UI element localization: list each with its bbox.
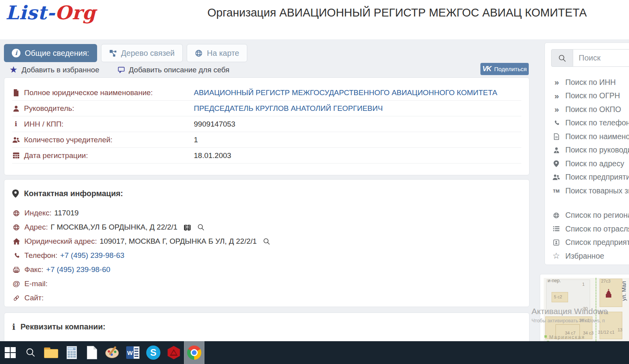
table-row: Руководитель: ПРЕДСЕДАТЕЛЬ КРУГЛОВ АНАТО…: [12, 101, 521, 116]
sidebar-item-label: Поиск товарных знаков: [565, 186, 629, 195]
speech-bubble-icon: [118, 66, 125, 74]
add-favorite-button[interactable]: ★ Добавить в избранное: [9, 65, 99, 74]
address-label: Адрес:: [24, 223, 48, 232]
red-app-button[interactable]: [164, 341, 184, 364]
chevrons-icon: »: [551, 105, 561, 114]
row-label: Дата регистрации:: [24, 151, 88, 160]
fax-label: Факс:: [24, 265, 43, 274]
vk-share-label: Поделиться: [494, 66, 527, 72]
chrome-icon: [187, 346, 201, 360]
table-row: Дата регистрации: 18.01.2003: [12, 148, 521, 164]
info-icon: i: [12, 323, 15, 331]
sidebar-item-list-companies[interactable]: Список предприятий: [551, 236, 629, 250]
notepad-icon: [87, 346, 97, 359]
skype-icon: S: [146, 346, 160, 360]
document-icon: [551, 133, 561, 140]
regdate-value: 18.01.2003: [194, 151, 231, 160]
person-tie-icon: [551, 147, 561, 153]
sidebar-item-search-companies[interactable]: Поиск предприятий: [551, 171, 629, 184]
row-label: Полное юридическое наименование:: [24, 88, 153, 97]
skype-button[interactable]: S: [143, 341, 164, 364]
table-row: iИНН / КПП: 9909147053: [12, 116, 521, 132]
phone-link[interactable]: +7 (495) 239-98-63: [60, 251, 124, 260]
sidebar-item-search-okpo[interactable]: »Поиск по ОКПО: [551, 103, 629, 116]
calculator-button[interactable]: 6: [61, 341, 82, 364]
sidebar-item-search-inn[interactable]: »Поиск по ИНН: [551, 75, 629, 89]
sidebar-gap: [551, 198, 629, 209]
tab-general[interactable]: i Общие сведения:: [4, 44, 97, 62]
logo-part-blue: List-: [6, 2, 55, 24]
taskbar-search-button[interactable]: [20, 341, 41, 364]
inn-kpp-value: 9909147053: [194, 120, 235, 129]
contacts-panel: Контактная информация: Индекс: 117019 Ад…: [4, 179, 530, 307]
sidebar-search: [551, 49, 629, 67]
search-address-icon[interactable]: [197, 224, 204, 231]
paint-button[interactable]: [102, 341, 123, 364]
sidebar-item-label: Поиск по ОКПО: [565, 105, 621, 114]
at-sign-icon: @: [12, 279, 20, 288]
star-icon: ★: [9, 65, 18, 74]
sidebar-menu: »Поиск по ИНН »Поиск по ОГРН »Поиск по О…: [551, 75, 629, 263]
add-favorite-label: Добавить в избранное: [22, 66, 99, 74]
table-row: Полное юридическое наименование: АВИАЦИО…: [12, 85, 521, 101]
link-icon: [12, 295, 20, 301]
notepad-button[interactable]: [82, 341, 102, 364]
home-icon: [12, 238, 20, 245]
address-value: Г МОСКВА,УЛ Б ОРДЫНКА, Д 22/2/1: [51, 223, 178, 232]
requisites-header: i Реквизиты компании:: [12, 322, 521, 331]
sidebar-item-label: Список по регионам: [565, 211, 629, 220]
sidebar-item-search-name[interactable]: Поиск по наименованию: [551, 130, 629, 143]
sidebar-item-search-trademarks[interactable]: тмПоиск товарных знаков: [551, 184, 629, 198]
sidebar-item-label: Поиск по адресу: [565, 159, 624, 168]
full-name-link[interactable]: АВИАЦИОННЫЙ РЕГИСТР МЕЖГОСУДАРСТВЕННОГО …: [194, 88, 497, 97]
paint-icon: [105, 346, 120, 359]
fax-link[interactable]: +7 (495) 239-98-60: [46, 265, 110, 274]
map-house-number: 31/12 с1: [598, 330, 614, 335]
search-button[interactable]: [551, 49, 573, 67]
contacts-header: Контактная информация:: [12, 189, 521, 198]
legal-address-value: 109017, МОСКВА Г, ОРДЫНКА Б УЛ, Д 22/2/1: [99, 237, 257, 246]
contact-row: Сайт:: [12, 291, 521, 305]
index-value: 117019: [54, 209, 79, 217]
sidebar-item-list-industries[interactable]: Список по отраслям: [551, 222, 629, 236]
chevrons-icon: »: [551, 77, 561, 87]
chrome-button[interactable]: [184, 341, 204, 364]
vk-share-button[interactable]: VK Поделиться: [480, 63, 529, 75]
tab-tree[interactable]: Дерево связей: [101, 44, 183, 62]
contacts-header-label: Контактная информация:: [24, 189, 123, 198]
sidebar-item-search-phone[interactable]: Поиск по телефону: [551, 116, 629, 130]
add-note-button[interactable]: Добавить описание для себя: [118, 66, 230, 74]
sidebar-item-favorites[interactable]: ☆Избранное: [551, 249, 629, 263]
start-button[interactable]: [0, 341, 20, 364]
phone-icon: [12, 252, 20, 259]
legal-address-label: Юридический адрес:: [24, 237, 97, 246]
map-view-icon[interactable]: [184, 224, 191, 231]
map-house-number: 34 с1: [579, 318, 590, 323]
fax-icon: [12, 267, 20, 273]
sidebar-item-search-ogrn[interactable]: »Поиск по ОГРН: [551, 89, 629, 103]
chevrons-icon: »: [551, 91, 561, 101]
file-explorer-button[interactable]: [41, 341, 61, 364]
location-pin-icon: [551, 160, 561, 167]
map-building: [600, 312, 622, 339]
site-header: List-Org Организация АВИАЦИОННЫЙ РЕГИСТР…: [0, 0, 629, 39]
search-legal-address-icon[interactable]: [263, 238, 270, 245]
map-house-number: 13: [618, 327, 622, 332]
sidebar-item-list-regions[interactable]: Список по регионам: [551, 209, 629, 222]
sidebar-item-label: Поиск предприятий: [565, 173, 629, 182]
sidebar-item-search-head[interactable]: Поиск по руководителю: [551, 143, 629, 157]
tab-map[interactable]: На карте: [187, 44, 247, 62]
phone-icon: [551, 120, 561, 126]
tree-icon: [109, 50, 117, 57]
site-logo[interactable]: List-Org: [6, 2, 96, 24]
map-marker: [544, 335, 547, 338]
calendar-icon: [12, 153, 20, 158]
sidebar-item-label: Поиск по руководителю: [565, 145, 629, 154]
word-icon: W: [126, 346, 140, 359]
head-link[interactable]: ПРЕДСЕДАТЕЛЬ КРУГЛОВ АНАТОЛИЙ ГЕОРГИЕВИЧ: [194, 104, 383, 113]
contact-row: Юридический адрес: 109017, МОСКВА Г, ОРД…: [12, 234, 521, 248]
word-button[interactable]: W: [123, 341, 143, 364]
red-app-icon: [167, 346, 180, 359]
search-input[interactable]: [573, 49, 629, 67]
sidebar-item-search-address[interactable]: Поиск по адресу: [551, 157, 629, 171]
